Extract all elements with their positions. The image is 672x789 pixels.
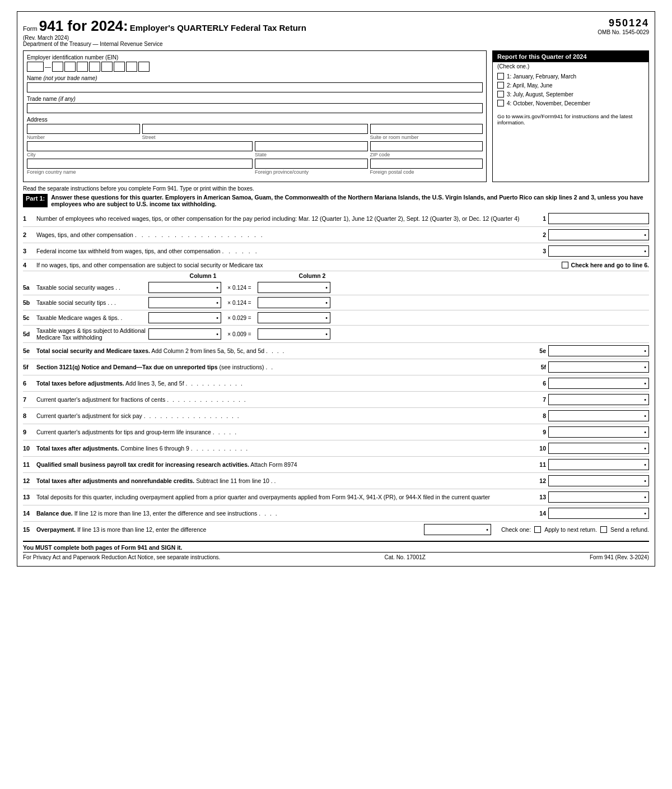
address-suite-input[interactable] <box>370 124 483 134</box>
line-14-dot: • <box>644 510 646 517</box>
line-10-num-label: 10 <box>533 445 546 452</box>
line-9-input[interactable]: • <box>548 426 649 438</box>
line-13-input[interactable]: • <box>548 491 649 503</box>
line-9-row: 9 Current quarter's adjustments for tips… <box>23 424 649 440</box>
address-number-input[interactable] <box>27 124 140 134</box>
line-10-input[interactable]: • <box>548 443 649 454</box>
line-5f-dot: • <box>644 364 646 370</box>
foreign-country-input[interactable] <box>27 159 253 169</box>
name-input[interactable] <box>27 82 483 92</box>
ein-seg5[interactable] <box>89 62 100 72</box>
line-5d-desc: Taxable wages & tips subject to Addition… <box>36 327 148 341</box>
ein-box: — <box>27 62 483 72</box>
top-section: Employer identification number (EIN) — <box>23 50 649 182</box>
address-street-input[interactable] <box>142 124 368 134</box>
line-15-checkbox-refund[interactable] <box>600 526 607 533</box>
line-5f-row: 5f Section 3121(q) Notice and Demand—Tax… <box>23 359 649 375</box>
line-5b-multiplier: × 0.124 = <box>221 300 258 306</box>
line-3-desc: Federal income tax withheld from wages, … <box>36 248 533 254</box>
part1-text: Answer these questions for this quarter.… <box>51 194 649 207</box>
quarter-label-2: 2: April, May, June <box>507 82 553 89</box>
foreign-province-input[interactable] <box>255 159 368 169</box>
line-12-input[interactable]: • <box>548 475 649 486</box>
line-11-desc: Qualified small business payroll tax cre… <box>36 461 533 468</box>
line-5d-col2-input[interactable]: • <box>258 328 330 340</box>
line-5b-num: 5b <box>23 299 36 306</box>
quarter-checkbox-1[interactable] <box>497 73 504 80</box>
line-2-num-label: 2 <box>533 231 546 238</box>
line-5b-col1-input[interactable]: • <box>148 297 221 308</box>
line-11-input[interactable]: • <box>548 459 649 470</box>
line-6-input[interactable]: • <box>548 378 649 389</box>
line-12-num-label: 12 <box>533 477 546 484</box>
line-15-input[interactable]: • <box>424 524 491 535</box>
line-14-input[interactable]: • <box>548 508 649 519</box>
omb-label: OMB No. 1545-0029 <box>598 29 649 35</box>
address-foreign-row: Foreign country name Foreign province/co… <box>27 159 483 175</box>
ein-seg6[interactable] <box>101 62 113 72</box>
line-9-dot: • <box>644 429 646 435</box>
line-12-num: 12 <box>23 477 36 484</box>
line-5d-col1-dot: • <box>216 331 218 337</box>
quarter-checkbox-2[interactable] <box>497 82 504 89</box>
line-4-checkbox[interactable] <box>562 262 568 268</box>
foreign-postal-input[interactable] <box>370 159 483 169</box>
line-8-input[interactable]: • <box>548 410 649 421</box>
line-13-row: 13 Total deposits for this quarter, incl… <box>23 489 649 505</box>
footer-form-ref: Form 941 (Rev. 3-2024) <box>590 554 649 560</box>
line-15-num: 15 <box>23 526 36 533</box>
line-5c-col2-input[interactable]: • <box>258 312 330 323</box>
line-5c-multiplier: × 0.029 = <box>221 315 258 321</box>
footer-must-text: You MUST complete both pages of Form 941… <box>23 544 649 551</box>
address-city-row: City State ZIP code <box>27 141 483 157</box>
ein-seg3[interactable] <box>64 62 76 72</box>
header-right: 950124 OMB No. 1545-0029 <box>598 17 649 35</box>
line-5f-input[interactable]: • <box>548 361 649 373</box>
line-5d-multiplier: × 0.009 = <box>221 331 258 337</box>
line-5d-col1-input[interactable]: • <box>148 328 221 340</box>
footer-cat: Cat. No. 17001Z <box>385 554 426 560</box>
col2-header: Column 2 <box>258 272 367 279</box>
ein-seg7[interactable] <box>114 62 125 72</box>
form-number: 941 for 2024: <box>39 17 128 34</box>
ein-seg4[interactable] <box>77 62 88 72</box>
line-7-row: 7 Current quarter's adjustment for fract… <box>23 392 649 408</box>
address-city-input[interactable] <box>27 141 253 151</box>
city-field-wrap: City <box>27 141 253 157</box>
quarter-header: Report for this Quarter of 2024 <box>493 51 648 62</box>
address-zip-input[interactable] <box>370 141 483 151</box>
address-state-input[interactable] <box>255 141 368 151</box>
line-5a-col2-input[interactable]: • <box>258 282 330 293</box>
ein-dash: — <box>45 63 51 70</box>
line-5e-input[interactable]: • <box>548 345 649 356</box>
ein-seg1[interactable] <box>27 62 44 72</box>
foreign-province-wrap: Foreign province/county <box>255 159 368 175</box>
line-15-checkbox-apply[interactable] <box>534 526 541 533</box>
line-5a-col1-input[interactable]: • <box>148 282 221 293</box>
ein-seg8[interactable] <box>126 62 137 72</box>
line-5b-col2-input[interactable]: • <box>258 297 330 308</box>
line-5c-desc: Taxable Medicare wages & tips. . <box>36 314 148 321</box>
ein-seg2[interactable] <box>52 62 63 72</box>
quarter-option-1: 1: January, February, March <box>497 73 644 80</box>
line-2-row: 2 Wages, tips, and other compensation . … <box>23 227 649 243</box>
foreign-country-wrap: Foreign country name <box>27 159 253 175</box>
ein-seg9[interactable] <box>138 62 150 72</box>
line-3-input[interactable]: • <box>548 245 649 257</box>
footer-bottom: For Privacy Act and Paperwork Reduction … <box>23 552 649 560</box>
line-5b-col1-dot: • <box>216 299 218 306</box>
form-title: Form 941 for 2024: Employer's QUARTERLY … <box>23 17 598 35</box>
line-1-row: 1 Number of employees who received wages… <box>23 211 649 227</box>
line-5e-num: 5e <box>23 347 36 354</box>
line-6-num-label: 6 <box>533 380 546 387</box>
trade-name-input[interactable] <box>27 103 483 113</box>
line-7-input[interactable]: • <box>548 394 649 405</box>
line-1-input[interactable] <box>548 213 649 224</box>
foreign-province-label: Foreign province/county <box>255 169 368 175</box>
quarter-checkbox-3[interactable] <box>497 91 504 98</box>
quarter-checkbox-4[interactable] <box>497 100 504 106</box>
line-14-num: 14 <box>23 510 36 517</box>
line-2-input[interactable]: • <box>548 229 649 240</box>
trade-row: Trade name (if any) <box>27 96 483 113</box>
line-5c-col1-input[interactable]: • <box>148 312 221 323</box>
